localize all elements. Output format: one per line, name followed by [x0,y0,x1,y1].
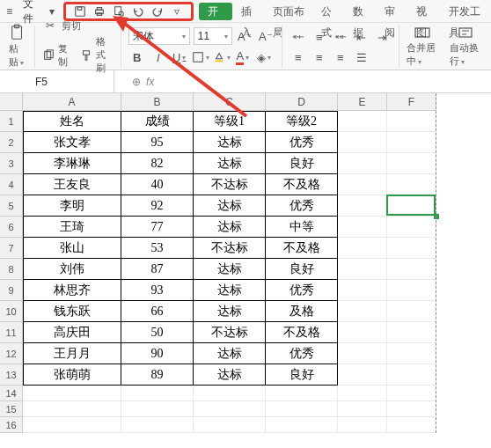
row-header[interactable]: 12 [0,343,23,364]
cell[interactable] [266,401,338,417]
align-middle-icon[interactable]: ≡ [311,30,328,46]
cell[interactable] [387,386,436,401]
cell[interactable] [338,217,387,238]
cell[interactable] [387,195,436,217]
row-header[interactable]: 13 [0,364,23,386]
print-icon[interactable] [92,4,106,18]
clipboard-icon[interactable] [10,25,26,40]
cell[interactable] [23,401,121,417]
cell[interactable]: 中等 [266,217,338,238]
redo-icon[interactable] [150,4,165,18]
cell[interactable] [338,386,387,401]
cell[interactable]: 王琦 [23,217,121,238]
border-button[interactable] [192,49,209,65]
cell[interactable]: 姓名 [23,111,121,132]
increase-indent-icon[interactable]: ⇥ [374,30,392,46]
cell[interactable]: 达标 [194,259,266,280]
row-header[interactable]: 7 [0,238,23,259]
tab-formula[interactable]: 公式 [314,1,344,22]
align-center-icon[interactable]: ≡ [311,50,328,66]
cell[interactable]: 93 [121,280,194,301]
tab-developer[interactable]: 开发工具 [442,1,487,22]
cell[interactable]: 达标 [194,343,266,364]
cell[interactable] [338,174,387,195]
cell[interactable] [338,238,387,259]
fill-handle[interactable] [434,214,439,219]
cell[interactable]: 53 [121,238,194,259]
cell[interactable] [387,111,436,132]
cell[interactable]: 良好 [266,259,338,280]
cell[interactable]: 82 [121,153,194,174]
row-header[interactable]: 8 [0,259,23,280]
name-box[interactable]: F5 [0,70,114,92]
cell[interactable]: 刘伟 [23,259,121,280]
underline-button[interactable]: U [171,49,188,65]
font-size-select[interactable]: 11▾ [194,27,232,45]
cell[interactable] [266,417,338,433]
cell[interactable]: 66 [121,301,194,322]
phonetic-guide-button[interactable]: ◈ [255,49,273,65]
row-header[interactable]: 11 [0,322,23,343]
cell[interactable]: 达标 [194,132,266,153]
tab-page-layout[interactable]: 页面布局 [266,1,311,22]
cell[interactable] [338,153,387,174]
cell[interactable]: 张山 [23,238,121,259]
row-header[interactable]: 16 [0,417,23,433]
cell[interactable]: 等级2 [266,111,338,132]
chevron-down-icon[interactable]: ▾ [46,4,58,19]
cell[interactable]: 李琳琳 [23,153,121,174]
align-bottom-icon[interactable]: ⬵ [332,30,349,46]
col-header[interactable]: B [121,93,194,111]
cell[interactable]: 不及格 [266,322,338,343]
cell[interactable]: 钱东跃 [23,301,121,322]
decrease-indent-icon[interactable]: ⇤ [353,30,370,46]
bold-button[interactable]: B [128,49,146,65]
cell[interactable] [338,364,387,386]
cell[interactable] [338,259,387,280]
col-header[interactable]: D [266,93,338,111]
cell[interactable]: 90 [121,343,194,364]
cell[interactable]: 达标 [194,280,266,301]
cell[interactable] [338,301,387,322]
cell[interactable] [338,343,387,364]
row-header[interactable]: 9 [0,280,23,301]
cell[interactable]: 达标 [194,217,266,238]
cell[interactable] [387,301,436,322]
cell[interactable] [387,259,436,280]
cell[interactable]: 高庆田 [23,322,121,343]
align-top-icon[interactable]: ⬴ [289,30,307,46]
cell[interactable] [387,280,436,301]
cell[interactable]: 王月月 [23,343,121,364]
row-header[interactable]: 5 [0,195,23,217]
cell[interactable]: 林思齐 [23,280,121,301]
cell[interactable]: 不及格 [266,238,338,259]
cell[interactable] [338,132,387,153]
cell[interactable]: 达标 [194,301,266,322]
tab-data[interactable]: 数据 [346,1,376,22]
row-header[interactable]: 15 [0,401,23,417]
cell[interactable]: 优秀 [266,343,338,364]
cell[interactable]: 等级1 [194,111,266,132]
row-header[interactable]: 4 [0,174,23,195]
cell[interactable] [387,153,436,174]
cell[interactable] [194,401,266,417]
col-header[interactable]: E [338,93,387,111]
tab-view[interactable]: 视图 [409,1,439,22]
cell[interactable]: 40 [121,174,194,195]
tab-review[interactable]: 审阅 [377,1,407,22]
cell[interactable] [338,401,387,417]
fx-icon[interactable]: ⊕ [132,76,141,88]
col-header[interactable]: C [194,93,266,111]
cell[interactable] [23,386,121,401]
menu-icon[interactable]: ≡ [4,4,16,19]
cell[interactable] [338,195,387,217]
cell[interactable] [121,386,194,401]
format-painter-button[interactable]: 格式刷 [80,35,114,75]
cell[interactable] [338,417,387,433]
row-header[interactable]: 6 [0,217,23,238]
cell[interactable]: 不达标 [194,174,266,195]
cell[interactable] [387,238,436,259]
fill-color-button[interactable] [213,49,231,65]
cell[interactable] [338,280,387,301]
distribute-icon[interactable]: ☰ [353,50,370,66]
